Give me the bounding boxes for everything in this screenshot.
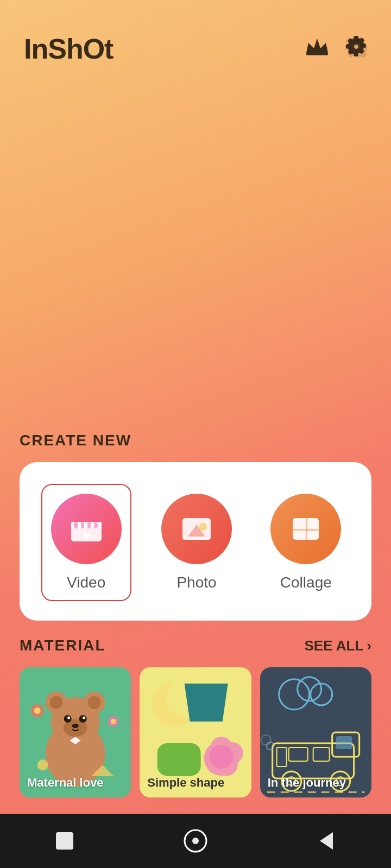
see-all-button[interactable]: SEE ALL › — [305, 637, 372, 654]
create-new-section: CREATE NEW — [0, 432, 391, 637]
header: InShOt — [0, 0, 391, 76]
nav-home-button[interactable] — [182, 827, 209, 854]
nav-back-button[interactable] — [314, 829, 338, 853]
collage-icon-circle — [270, 494, 341, 564]
nav-bar — [0, 814, 391, 868]
chevron-right-icon: › — [367, 637, 371, 654]
svg-rect-19 — [293, 532, 305, 539]
content: CREATE NEW — [0, 76, 391, 814]
svg-point-25 — [50, 696, 63, 709]
material-header: MATERIAL SEE ALL › — [20, 637, 371, 654]
material-section: MATERIAL SEE ALL › — [0, 637, 391, 814]
app: InShOt CREATE NEW — [0, 0, 391, 868]
material-label: MATERIAL — [20, 637, 106, 654]
svg-point-70 — [192, 838, 199, 844]
create-new-label: CREATE NEW — [20, 432, 371, 449]
svg-rect-57 — [336, 737, 351, 749]
photo-label: Photo — [176, 574, 216, 591]
material-card-maternal-love[interactable]: Maternal love — [20, 667, 131, 797]
simple-shape-label: Simple shape — [147, 776, 224, 790]
create-item-collage[interactable]: Collage — [262, 485, 350, 600]
svg-point-50 — [210, 745, 234, 769]
svg-rect-13 — [182, 538, 211, 540]
svg-point-32 — [83, 717, 85, 719]
svg-marker-43 — [185, 684, 228, 722]
material-cards: Maternal love — [20, 667, 371, 814]
svg-point-31 — [67, 717, 70, 719]
svg-point-30 — [79, 715, 87, 723]
svg-point-38 — [111, 719, 116, 724]
svg-rect-44 — [157, 743, 201, 776]
header-icons — [305, 36, 367, 62]
video-label: Video — [67, 574, 105, 591]
svg-rect-0 — [306, 53, 328, 55]
svg-rect-20 — [308, 532, 318, 539]
in-the-journey-label: In the journey — [268, 776, 346, 790]
svg-rect-5 — [87, 522, 91, 528]
maternal-love-label: Maternal love — [27, 776, 104, 790]
material-card-simple-shape[interactable]: Simple shape — [140, 667, 251, 797]
svg-point-29 — [64, 715, 72, 723]
svg-point-27 — [88, 696, 101, 709]
svg-rect-17 — [293, 519, 305, 528]
svg-rect-16 — [293, 529, 319, 531]
svg-point-12 — [199, 523, 207, 531]
svg-point-36 — [34, 707, 41, 714]
crown-icon[interactable] — [305, 36, 329, 62]
svg-point-8 — [73, 524, 77, 527]
video-icon-circle — [51, 494, 122, 564]
collage-label: Collage — [280, 574, 332, 591]
svg-rect-18 — [308, 519, 318, 528]
svg-point-33 — [72, 724, 79, 728]
create-new-card: Video — [20, 462, 371, 621]
svg-marker-71 — [320, 832, 333, 850]
app-logo: InShOt — [24, 33, 113, 65]
material-card-in-the-journey[interactable]: In the journey — [260, 667, 371, 797]
svg-rect-68 — [56, 832, 73, 850]
create-item-video[interactable]: Video — [41, 484, 131, 601]
svg-rect-4 — [81, 522, 84, 528]
svg-point-9 — [96, 524, 99, 527]
svg-point-39 — [37, 760, 48, 770]
photo-icon-circle — [161, 494, 232, 564]
create-item-photo[interactable]: Photo — [153, 485, 241, 600]
gear-icon[interactable] — [345, 36, 367, 62]
nav-square-button[interactable] — [53, 829, 77, 853]
